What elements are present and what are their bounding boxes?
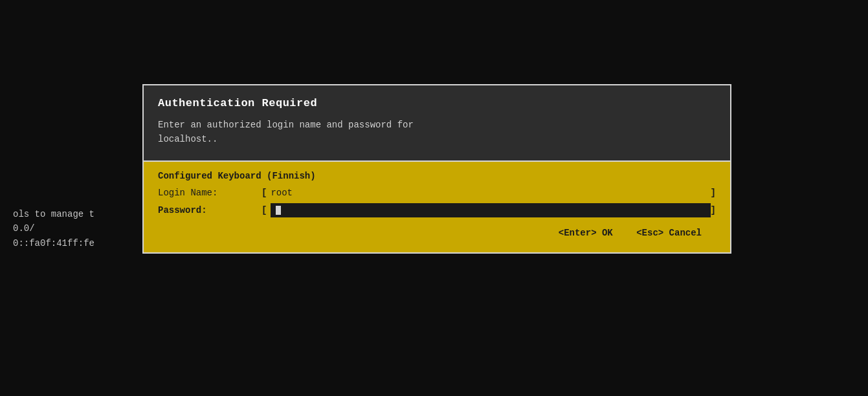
enter-ok-button[interactable]: <Enter> OK bbox=[559, 228, 613, 238]
login-bracket-close: ] bbox=[711, 188, 716, 198]
dialog-body: Configured Keyboard (Finnish) Login Name… bbox=[144, 162, 730, 252]
text-cursor bbox=[276, 206, 281, 215]
login-name-value-container: [ root ] bbox=[262, 188, 716, 198]
login-name-label: Login Name: bbox=[158, 188, 262, 198]
password-label: Password: bbox=[158, 205, 262, 215]
dialog-box: Authentication Required Enter an authori… bbox=[142, 84, 731, 254]
button-row: <Enter> OK <Esc> Cancel bbox=[158, 223, 716, 241]
password-input[interactable] bbox=[271, 203, 710, 217]
password-value-container: [ ] bbox=[262, 203, 716, 217]
login-name-row: Login Name: [ root ] bbox=[158, 188, 716, 198]
dialog-title: Authentication Required bbox=[158, 97, 716, 109]
password-bracket-open: [ bbox=[262, 205, 267, 215]
dialog-header: Authentication Required Enter an authori… bbox=[144, 85, 730, 162]
login-bracket-open: [ bbox=[262, 188, 267, 198]
login-name-value: root bbox=[271, 188, 293, 198]
dialog-message: Enter an authorized login name and passw… bbox=[158, 118, 716, 146]
password-row: Password: [ ] bbox=[158, 203, 716, 217]
terminal-background-text: ols to manage t 0.0/ 0::fa0f:41ff:fe bbox=[13, 207, 95, 250]
keyboard-info: Configured Keyboard (Finnish) bbox=[158, 171, 716, 181]
esc-cancel-button[interactable]: <Esc> Cancel bbox=[636, 228, 702, 238]
authentication-dialog: Authentication Required Enter an authori… bbox=[142, 84, 731, 254]
password-bracket-close: ] bbox=[711, 205, 716, 215]
